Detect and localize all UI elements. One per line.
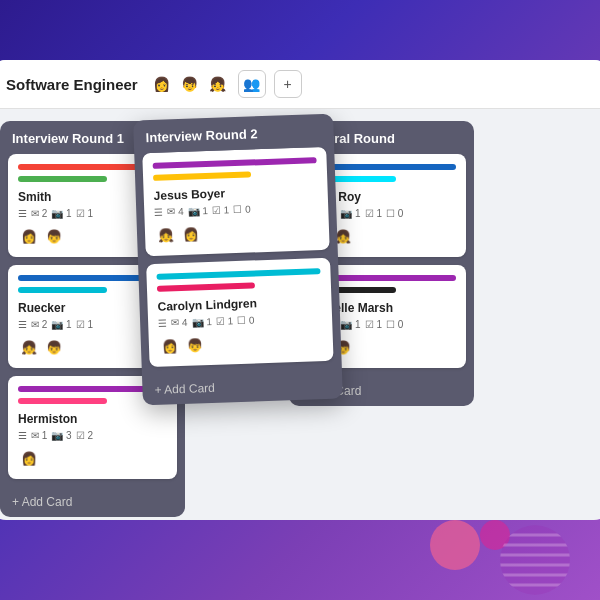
meta-msg: ✉ 4 (171, 317, 188, 329)
meta-check: ☑ 1 (365, 208, 382, 219)
meta-msg: ✉ 4 (167, 206, 184, 218)
avatar-jesus-1: 👧 (155, 223, 178, 246)
meta-check: ☑ 1 (365, 319, 382, 330)
meta-check: ☑ 1 (76, 319, 93, 330)
card-bar-green (18, 176, 107, 182)
meta-uncheck: ☐ 0 (386, 208, 403, 219)
add-column-button[interactable]: + (274, 70, 302, 98)
meta-img: 📷 1 (51, 319, 71, 330)
avatar-1: 👩 (150, 72, 174, 96)
card-avatars-hermiston: 👩 (18, 447, 167, 469)
avatar-smith-2: 👦 (43, 225, 65, 247)
meta-img: 📷 1 (191, 316, 212, 328)
card-name-carolyn: Carolyn Lindgren (157, 294, 321, 314)
columns-area: Interview Round 1 Smith ☰ ✉ 2 📷 1 ☑ 1 👩 (0, 109, 600, 519)
meta-uncheck: ☐ 0 (386, 319, 403, 330)
card-bar-yellow (153, 171, 252, 180)
avatar-hermiston-1: 👩 (18, 447, 40, 469)
card-name-hermiston: Hermiston (18, 412, 167, 426)
team-button[interactable]: 👥 (238, 70, 266, 98)
meta-msg: ✉ 1 (31, 430, 47, 441)
card-meta-hermiston: ☰ ✉ 1 📷 3 ☑ 2 (18, 430, 167, 441)
meta-lines: ☰ (158, 318, 167, 329)
meta-lines: ☰ (154, 207, 163, 218)
avatar-jesus-2: 👩 (180, 222, 203, 245)
card-meta-jesus: ☰ ✉ 4 📷 1 ☑ 1 ☐ 0 (154, 201, 318, 218)
meta-lines: ☰ (18, 430, 27, 441)
header-avatars: 👩 👦 👧 (150, 72, 230, 96)
meta-msg: ✉ 2 (31, 208, 47, 219)
meta-msg: ✉ 2 (31, 319, 47, 330)
card-bar-cyan2 (156, 268, 320, 280)
meta-check: ☑ 1 (76, 208, 93, 219)
card-bar-purple2 (153, 157, 317, 169)
card-bar-pink (18, 398, 107, 404)
column-round2: Interview Round 2 Jesus Boyer ☰ ✉ 4 📷 1 … (133, 114, 343, 406)
meta-img: 📷 3 (51, 430, 71, 441)
meta-uncheck: ☐ 0 (237, 314, 255, 326)
card-bar-pink2 (157, 282, 256, 291)
meta-check: ☑ 2 (76, 430, 93, 441)
card-bar-cyan (18, 287, 107, 293)
avatar-2: 👦 (178, 72, 202, 96)
meta-check: ☑ 1 (212, 204, 230, 216)
board-header: Software Engineer 👩 👦 👧 👥 + (0, 60, 600, 109)
meta-img: 📷 1 (51, 208, 71, 219)
decorative-circle-pink (430, 520, 480, 570)
meta-img: 📷 1 (340, 319, 360, 330)
meta-lines: ☰ (18, 319, 27, 330)
card-meta-carolyn: ☰ ✉ 4 📷 1 ☑ 1 ☐ 0 (158, 312, 322, 329)
decorative-striped-circle (500, 525, 570, 595)
card-name-jesus: Jesus Boyer (153, 183, 317, 203)
board-container: Software Engineer 👩 👦 👧 👥 + Interview Ro… (0, 60, 600, 520)
meta-img: 📷 1 (187, 205, 208, 217)
meta-img: 📷 1 (340, 208, 360, 219)
meta-lines: ☰ (18, 208, 27, 219)
avatar-smith-1: 👩 (18, 225, 40, 247)
avatar-carolyn-1: 👩 (159, 334, 182, 357)
meta-uncheck: ☐ 0 (233, 204, 251, 216)
card-avatars-jesus: 👧 👩 (155, 218, 320, 246)
meta-check: ☑ 1 (216, 315, 234, 327)
avatar-3: 👧 (206, 72, 230, 96)
column-round2-cards: Jesus Boyer ☰ ✉ 4 📷 1 ☑ 1 ☐ 0 👧 👩 (134, 147, 342, 376)
card-carolyn[interactable]: Carolyn Lindgren ☰ ✉ 4 📷 1 ☑ 1 ☐ 0 👩 👦 (146, 258, 333, 367)
add-card-round1[interactable]: + Add Card (0, 487, 185, 517)
card-jesus-boyer[interactable]: Jesus Boyer ☰ ✉ 4 📷 1 ☑ 1 ☐ 0 👧 👩 (142, 147, 329, 256)
avatar-carolyn-2: 👦 (184, 333, 207, 356)
card-avatars-carolyn: 👩 👦 (159, 329, 324, 357)
avatar-ruecker-1: 👧 (18, 336, 40, 358)
board-title: Software Engineer (6, 76, 138, 93)
avatar-ruecker-2: 👦 (43, 336, 65, 358)
